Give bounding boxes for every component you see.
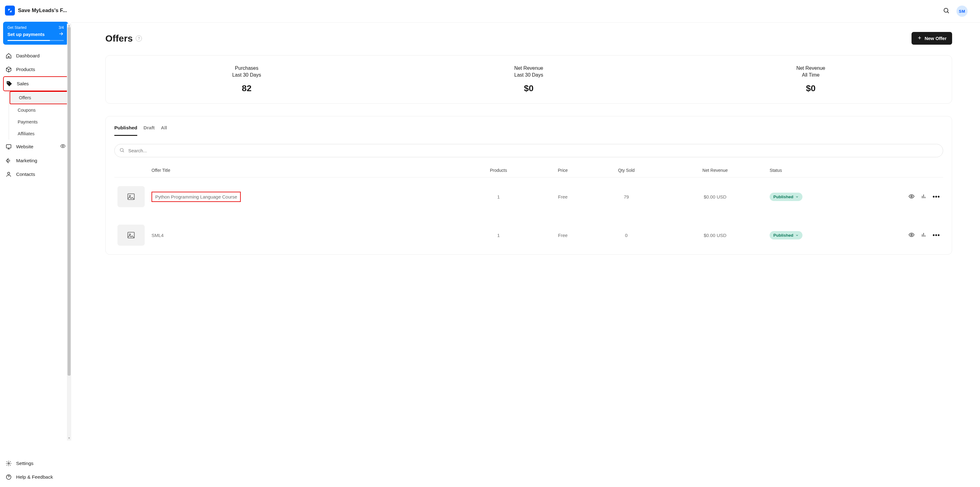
user-icon — [6, 171, 12, 177]
nav-marketing[interactable]: Marketing — [3, 154, 68, 168]
search-icon — [119, 147, 124, 154]
scroll-down-icon: ▼ — [68, 437, 70, 439]
svg-point-2 — [62, 145, 64, 147]
nav-website[interactable]: Website — [3, 140, 68, 154]
search-icon[interactable] — [943, 7, 950, 15]
plus-icon — [917, 35, 922, 41]
get-started-cta: Set up payments — [8, 32, 45, 37]
tabs: Published Draft All — [115, 125, 943, 136]
chevron-down-icon — [795, 195, 799, 198]
status-badge[interactable]: Published — [770, 231, 802, 240]
chevron-down-icon — [795, 233, 799, 237]
page-title-text: Offers — [105, 33, 133, 44]
sales-subnav: Offers Coupons Payments Affiliates — [9, 91, 68, 140]
get-started-card[interactable]: Get Started 3/4 Set up payments — [3, 22, 68, 45]
th-qty[interactable]: Qty Sold — [589, 163, 663, 177]
search-input[interactable] — [115, 144, 943, 157]
th-status[interactable]: Status — [767, 163, 894, 177]
subnav-coupons[interactable]: Coupons — [9, 104, 68, 116]
sidebar-header: Save MyLeads's F... — [0, 0, 71, 21]
svg-rect-1 — [6, 145, 11, 148]
svg-point-10 — [911, 195, 912, 197]
th-actions — [894, 163, 943, 177]
status-badge[interactable]: Published — [770, 193, 802, 201]
metric-revenue-30d: Net Revenue Last 30 Days $0 — [388, 65, 670, 93]
th-price[interactable]: Price — [537, 163, 589, 177]
offers-table: Offer Title Products Price Qty Sold Net … — [115, 163, 943, 254]
table-row[interactable]: SML4 1 Free 0 $0.00 USD Published ••• — [115, 216, 943, 254]
tab-draft[interactable]: Draft — [143, 125, 154, 136]
nav-products-label: Products — [16, 67, 35, 72]
offer-qty: 0 — [589, 216, 663, 254]
get-started-progress-bar — [8, 40, 64, 41]
analytics-icon[interactable] — [921, 232, 926, 238]
metric-purchases: Purchases Last 30 Days 82 — [106, 65, 388, 93]
view-icon[interactable] — [908, 193, 915, 200]
image-icon — [127, 231, 135, 240]
more-icon[interactable]: ••• — [932, 232, 940, 239]
tab-published[interactable]: Published — [115, 125, 137, 136]
svg-point-13 — [911, 234, 912, 235]
get-started-progress: 3/4 — [59, 26, 64, 30]
help-tooltip-icon[interactable]: ? — [136, 35, 142, 42]
analytics-icon[interactable] — [921, 193, 926, 200]
metric-title: Purchases — [106, 65, 388, 71]
th-title[interactable]: Offer Title — [148, 163, 460, 177]
offer-price: Free — [537, 177, 589, 216]
home-icon — [6, 53, 12, 59]
box-icon — [6, 66, 12, 73]
offer-title[interactable]: Python Programming Language Course — [151, 192, 241, 202]
th-products[interactable]: Products — [460, 163, 537, 177]
metric-value: $0 — [670, 83, 952, 93]
offers-table-card: Published Draft All Offer Title — [105, 116, 952, 255]
more-icon[interactable]: ••• — [932, 193, 940, 200]
get-started-label: Get Started — [8, 26, 26, 30]
subnav-affiliates[interactable]: Affiliates — [9, 128, 68, 140]
svg-point-4 — [8, 463, 10, 465]
nav-sales[interactable]: Sales — [3, 76, 68, 91]
avatar[interactable]: SM — [956, 6, 967, 17]
offer-thumb — [118, 225, 145, 246]
tab-all[interactable]: All — [161, 125, 167, 136]
offer-qty: 79 — [589, 177, 663, 216]
nav-help-label: Help & Feedback — [16, 474, 53, 480]
metric-value: $0 — [388, 83, 670, 93]
nav-contacts[interactable]: Contacts — [3, 168, 68, 181]
nav-contacts-label: Contacts — [16, 172, 35, 177]
nav-settings[interactable]: Settings — [3, 457, 68, 470]
scroll-up-icon: ▲ — [68, 24, 70, 27]
metric-period: Last 30 Days — [388, 72, 670, 78]
nav-dashboard-label: Dashboard — [16, 53, 40, 59]
sidebar-scrollbar[interactable]: ▲ ▼ — [67, 24, 71, 441]
metric-value: 82 — [106, 83, 388, 93]
app-logo[interactable] — [5, 6, 15, 16]
nav-help[interactable]: Help & Feedback — [3, 470, 68, 484]
new-offer-button[interactable]: New Offer — [912, 32, 952, 45]
metric-revenue-all: Net Revenue All Time $0 — [670, 65, 952, 93]
offer-revenue: $0.00 USD — [663, 177, 767, 216]
svg-point-3 — [8, 172, 10, 174]
svg-point-12 — [129, 234, 131, 235]
offer-products: 1 — [460, 177, 537, 216]
th-revenue[interactable]: Net Revenue — [663, 163, 767, 177]
page-title: Offers ? — [105, 33, 142, 44]
view-icon[interactable] — [908, 232, 915, 239]
nav-marketing-label: Marketing — [16, 158, 37, 163]
tag-icon — [6, 81, 13, 87]
subnav-payments[interactable]: Payments — [9, 116, 68, 128]
metric-period: Last 30 Days — [106, 72, 388, 78]
eye-icon[interactable] — [60, 143, 66, 150]
metric-title: Net Revenue — [388, 65, 670, 71]
table-row[interactable]: Python Programming Language Course 1 Fre… — [115, 177, 943, 216]
nav-sales-label: Sales — [17, 81, 29, 86]
nav-dashboard[interactable]: Dashboard — [3, 49, 68, 63]
topbar: SM — [71, 0, 980, 22]
svg-point-7 — [120, 148, 123, 152]
metric-period: All Time — [670, 72, 952, 78]
monitor-icon — [6, 144, 12, 150]
app-title[interactable]: Save MyLeads's F... — [18, 8, 67, 14]
offer-title[interactable]: SML4 — [151, 233, 164, 238]
offer-revenue: $0.00 USD — [663, 216, 767, 254]
subnav-offers[interactable]: Offers — [10, 91, 68, 104]
nav-products[interactable]: Products — [3, 63, 68, 76]
